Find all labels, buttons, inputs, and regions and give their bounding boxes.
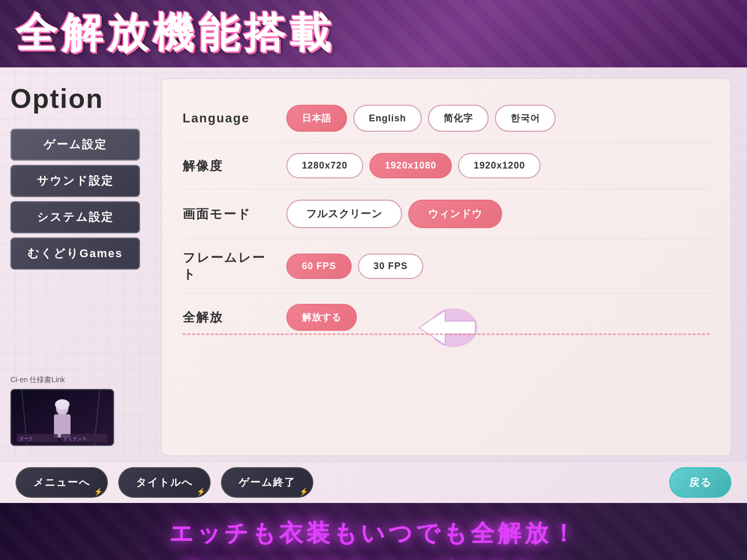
- framerate-buttons: 60 FPS 30 FPS: [286, 254, 423, 279]
- arrow-svg: [409, 302, 481, 354]
- sidebar: Option ゲーム設定 サウンド設定 システム設定 むくどりGames Ci-…: [0, 67, 150, 461]
- lang-chinese-button[interactable]: 简化字: [428, 105, 489, 132]
- sidebar-item-sound-settings[interactable]: サウンド設定: [10, 165, 140, 197]
- fps-30-button[interactable]: 30 FPS: [358, 254, 423, 279]
- fullscreen-button[interactable]: フルスクリーン: [286, 200, 402, 228]
- unlock-buttons: 解放する: [286, 304, 367, 331]
- resolution-label: 解像度: [183, 158, 276, 174]
- lang-japanese-button[interactable]: 日本語: [286, 105, 347, 132]
- sidebar-item-game-settings[interactable]: ゲーム設定: [10, 129, 140, 161]
- svg-text:ダーク: ダーク: [19, 436, 33, 441]
- lang-english-button[interactable]: English: [353, 105, 422, 132]
- quit-button[interactable]: ゲーム終了: [221, 467, 313, 498]
- res-1280-button[interactable]: 1280x720: [286, 153, 363, 178]
- sidebar-bottom: Ci-en 仕様書Link: [10, 375, 140, 446]
- sidebar-title: Option: [10, 83, 140, 114]
- window-button[interactable]: ウィンドウ: [408, 200, 502, 228]
- screen-mode-buttons: フルスクリーン ウィンドウ: [286, 200, 502, 228]
- framerate-label: フレームレート: [183, 249, 276, 283]
- bottom-banner: エッチも衣装もいつでも全解放！ すぐにムフフなことができる！: [0, 503, 747, 560]
- bottom-text-line1: エッチも衣装もいつでも全解放！: [169, 517, 578, 550]
- cien-label: Ci-en 仕様書Link: [10, 375, 140, 385]
- sidebar-item-mukudori-games[interactable]: むくどりGames: [10, 237, 140, 270]
- screen-mode-row: 画面モード フルスクリーン ウィンドウ: [183, 189, 710, 239]
- bottom-text-line2: すぐにムフフなことができる！: [182, 555, 566, 560]
- dashed-separator: [183, 333, 710, 335]
- unlock-label: 全解放: [183, 309, 276, 326]
- top-title: 全解放機能搭載: [16, 6, 335, 62]
- res-1920-1080-button[interactable]: 1920x1080: [369, 153, 452, 178]
- svg-point-6: [55, 399, 70, 410]
- svg-text:ドミナンス: ドミナンス: [63, 436, 87, 441]
- option-panel: Language 日本語 English 简化字 한국어 解像度 1280x72…: [161, 78, 731, 456]
- resolution-buttons: 1280x720 1920x1080 1920x1200: [286, 153, 541, 178]
- lang-korean-button[interactable]: 한국어: [495, 105, 556, 132]
- bottom-nav: メニューへ タイトルへ ゲーム終了 戻る: [0, 461, 747, 503]
- screen-mode-label: 画面モード: [183, 206, 276, 222]
- title-button[interactable]: タイトルへ: [118, 467, 211, 498]
- unlock-row: 全解放 解放する: [183, 293, 710, 331]
- fps-60-button[interactable]: 60 FPS: [286, 254, 352, 279]
- sidebar-item-system-settings[interactable]: システム設定: [10, 201, 140, 233]
- game-thumbnail[interactable]: ダーク ドミナンス: [10, 389, 114, 446]
- main-area: Option ゲーム設定 サウンド設定 システム設定 むくどりGames Ci-…: [0, 67, 747, 461]
- language-buttons: 日本語 English 简化字 한국어: [286, 105, 556, 132]
- res-1920-1200-button[interactable]: 1920x1200: [458, 153, 541, 178]
- back-button[interactable]: 戻る: [669, 467, 731, 498]
- framerate-row: フレームレート 60 FPS 30 FPS: [183, 239, 710, 293]
- resolution-row: 解像度 1280x720 1920x1080 1920x1200: [183, 143, 710, 189]
- top-banner: 全解放機能搭載: [0, 0, 747, 67]
- unlock-button[interactable]: 解放する: [286, 304, 357, 331]
- language-label: Language: [183, 111, 276, 125]
- language-row: Language 日本語 English 简化字 한국어: [183, 94, 710, 143]
- menu-button[interactable]: メニューへ: [16, 467, 108, 498]
